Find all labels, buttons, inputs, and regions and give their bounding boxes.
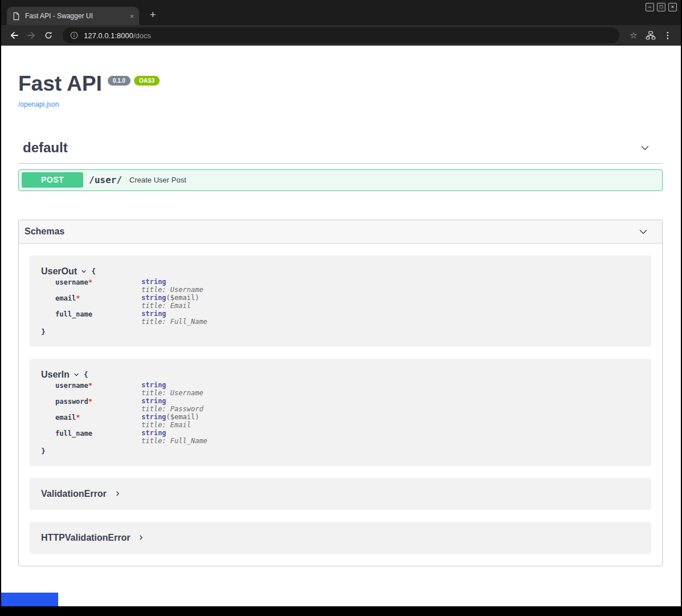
property-title: title: Email: [141, 302, 199, 310]
property-name: username*: [55, 278, 141, 294]
tab-title: Fast API - Swagger UI: [25, 12, 125, 20]
model-HTTPValidationError: HTTPValidationError: [30, 522, 651, 554]
openapi-spec-link[interactable]: /openapi.json: [18, 100, 59, 108]
model-head: UserIn{: [41, 370, 640, 380]
property-name: username*: [55, 381, 141, 397]
browser-tab[interactable]: Fast API - Swagger UI ×: [7, 7, 139, 25]
property-name: full_name: [55, 429, 141, 445]
required-star: *: [88, 398, 92, 406]
property-title: title: Email: [141, 421, 199, 429]
required-star: *: [88, 382, 92, 390]
model-toggle[interactable]: ValidationError: [41, 489, 121, 499]
new-tab-button[interactable]: +: [145, 7, 161, 23]
forward-button[interactable]: [24, 28, 39, 43]
model-UserOut: UserOut{username*stringtitle: Usernameem…: [30, 256, 651, 347]
property-definition: stringtitle: Username: [141, 381, 203, 397]
tag-section-default[interactable]: default: [18, 140, 663, 164]
property-name: password*: [55, 397, 141, 413]
property-format: ($email): [166, 294, 199, 302]
property-type: string: [141, 429, 166, 437]
schemas-title: Schemas: [25, 226, 64, 237]
required-star: *: [88, 278, 92, 286]
back-button[interactable]: [7, 28, 22, 43]
http-method-badge: POST: [22, 172, 83, 188]
bookmark-star-icon[interactable]: ☆: [626, 28, 641, 43]
status-popup: [1, 593, 58, 606]
property-title: title: Username: [141, 389, 203, 397]
api-title: Fast API: [18, 73, 102, 95]
endpoint-summary: Create User Post: [129, 176, 186, 184]
close-brace: }: [41, 447, 640, 455]
maximize-button[interactable]: □: [657, 3, 665, 11]
model-name: ValidationError: [41, 489, 107, 499]
minimize-button[interactable]: –: [646, 3, 654, 11]
titlebar: Fast API - Swagger UI × + – □ ×: [1, 0, 681, 25]
model-properties: username*stringtitle: Usernameemail*stri…: [55, 278, 640, 326]
model-property: password*stringtitle: Password: [55, 397, 640, 413]
window-controls: – □ ×: [646, 3, 677, 11]
model-ValidationError: ValidationError: [30, 478, 651, 510]
property-type: string: [141, 278, 166, 286]
schemas-section: Schemas UserOut{username*stringtitle: Us…: [18, 220, 663, 566]
schemas-model-list: UserOut{username*stringtitle: Usernameem…: [19, 244, 662, 554]
bottom-strip: [1, 606, 681, 616]
model-property: full_namestringtitle: Full_Name: [55, 429, 640, 445]
model-name: UserOut: [41, 266, 77, 277]
chevron-down-icon: [80, 268, 87, 275]
swagger-page: Fast API 0.1.0 OAS3 /openapi.json defaul…: [1, 46, 681, 616]
property-definition: string($email)title: Email: [141, 294, 199, 310]
schemas-header[interactable]: Schemas: [19, 220, 662, 244]
property-definition: stringtitle: Password: [141, 397, 203, 413]
url-text: 127.0.0.1:8000/docs: [84, 31, 151, 40]
oas3-badge: OAS3: [134, 76, 160, 86]
required-star: *: [76, 414, 80, 422]
sitemap-icon[interactable]: [643, 28, 658, 43]
chevron-right-icon: [137, 534, 145, 541]
required-star: *: [76, 294, 80, 302]
opblock-post-user[interactable]: POST /user/ Create User Post: [18, 169, 663, 191]
model-head: UserOut{: [41, 266, 640, 277]
url-host: 127.0.0.1:8000: [84, 31, 133, 40]
property-definition: string($email)title: Email: [141, 413, 199, 429]
open-brace: {: [84, 370, 88, 379]
model-UserIn: UserIn{username*stringtitle: Usernamepas…: [30, 359, 651, 466]
chevron-down-icon: [637, 225, 649, 238]
open-brace: {: [91, 267, 96, 275]
back-arrow-icon: [9, 30, 20, 41]
chevron-down-icon: [73, 371, 80, 378]
property-type: string: [141, 413, 166, 421]
property-type: string: [141, 310, 166, 318]
model-property: email*string($email)title: Email: [55, 413, 640, 429]
model-toggle[interactable]: UserIn: [41, 370, 80, 380]
property-definition: stringtitle: Full_Name: [141, 310, 208, 326]
browser-menu-icon[interactable]: ⋮: [660, 28, 675, 43]
site-info-icon[interactable]: [70, 31, 79, 40]
address-bar[interactable]: 127.0.0.1:8000/docs: [63, 27, 619, 43]
property-name: email*: [55, 294, 141, 310]
close-button[interactable]: ×: [668, 3, 677, 11]
version-badge: 0.1.0: [108, 76, 131, 86]
tab-close-icon[interactable]: ×: [129, 13, 134, 20]
model-properties: username*stringtitle: Usernamepassword*s…: [55, 381, 640, 445]
browser-window: Fast API - Swagger UI × + – □ × 127.0.0.…: [0, 0, 682, 616]
page-favicon-icon: [12, 12, 21, 21]
property-type: string: [141, 294, 166, 302]
reload-icon: [43, 30, 54, 40]
property-name: full_name: [55, 310, 141, 326]
property-title: title: Password: [141, 405, 203, 413]
property-definition: stringtitle: Full_Name: [141, 429, 208, 445]
model-property: username*stringtitle: Username: [55, 278, 640, 294]
property-title: title: Username: [141, 286, 203, 294]
model-toggle[interactable]: HTTPValidationError: [41, 533, 145, 543]
property-definition: stringtitle: Username: [141, 278, 203, 294]
url-path: /docs: [133, 31, 151, 40]
close-brace: }: [41, 327, 640, 336]
reload-button[interactable]: [41, 28, 56, 43]
model-property: email*string($email)title: Email: [55, 294, 640, 310]
property-format: ($email): [166, 413, 199, 421]
forward-arrow-icon: [26, 30, 37, 41]
model-toggle[interactable]: UserOut: [41, 266, 87, 277]
model-name: HTTPValidationError: [41, 533, 130, 543]
model-name: UserIn: [41, 370, 70, 380]
chevron-right-icon: [114, 490, 121, 497]
